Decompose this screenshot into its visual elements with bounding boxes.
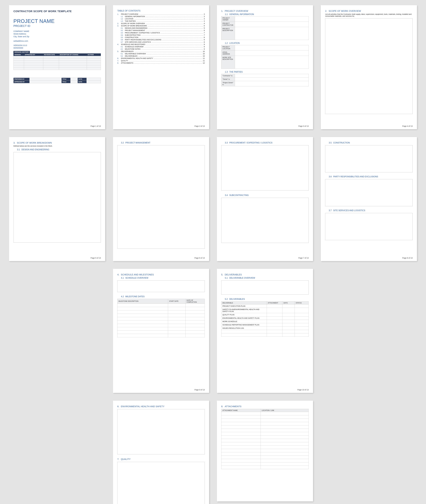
value-contractor[interactable] — [235, 74, 309, 78]
table-row — [221, 412, 309, 415]
schedule-overview-box[interactable] — [117, 280, 205, 292]
toc-dots — [154, 59, 202, 59]
row-3: 4.SCHEDULE AND MILESTONES 4.1SCHEDULE OV… — [113, 269, 313, 393]
sec-4-1-num: 4.1 — [121, 277, 124, 279]
toc-num: 1.1 — [121, 15, 125, 17]
project-name: PROJECT NAME — [14, 18, 101, 24]
template-title: CONTRACTOR SCOPE OF WORK TEMPLATE — [14, 10, 101, 13]
toc-dots — [136, 22, 203, 22]
toc: 1.PROJECT OVERVIEW31.1GENERAL INFORMATIO… — [117, 13, 205, 64]
toc-line: 5.2DELIVERABLES10 — [117, 55, 205, 57]
toc-num: 8. — [117, 62, 121, 64]
toc-num: 4.2 — [121, 48, 125, 50]
toc-line: 3.2PROJECT MANAGEMENT6 — [117, 29, 205, 31]
sec-2-num: 2. — [325, 10, 327, 12]
value-worksite-desc[interactable] — [235, 56, 309, 69]
location-table: PROJECT LOCATION LEGAL ADDRESS WORK SITE… — [221, 45, 309, 69]
sec-3-5-title: CONSTRUCTION — [333, 142, 350, 144]
deliverable-name: ISSUES RESOLUTION LOG — [221, 327, 267, 330]
page-footer: Page 7 of 13 — [298, 257, 309, 259]
version-history-table: VERSION APPROVED BY REVISION DATE DESCRI… — [14, 53, 101, 70]
procurement-box[interactable] — [221, 145, 309, 190]
site-services-box[interactable] — [325, 213, 412, 240]
sig-date-value[interactable] — [86, 78, 101, 80]
value-project-owner-party[interactable] — [235, 81, 309, 86]
sec-3-num: 3. — [14, 142, 15, 144]
toc-dots — [144, 47, 203, 47]
toc-page: 9 — [204, 48, 205, 50]
att-col-name: ATTACHMENT NAME — [221, 409, 261, 412]
sec-1-1-num: 1.1 — [225, 13, 228, 15]
toc-line: 3.5CONSTRUCTION8 — [117, 37, 205, 38]
toc-num: 3.1 — [121, 27, 125, 29]
sec-2-intro: List all activities that the Contractor … — [325, 13, 412, 17]
toc-num: 3.4 — [121, 34, 125, 36]
vh-col-approved: APPROVED BY — [24, 53, 43, 56]
sig-title-value2[interactable] — [71, 80, 78, 83]
toc-page: 12 — [203, 62, 205, 64]
sec-3-6-num: 3.6 — [329, 175, 332, 178]
value-legal-address[interactable] — [235, 51, 309, 56]
toc-page: 11 — [203, 57, 205, 59]
table-row — [221, 415, 309, 419]
toc-num: 3.7 — [121, 41, 125, 43]
page-footer: Page 8 of 13 — [402, 257, 412, 259]
value-owner[interactable] — [235, 78, 309, 81]
toc-num: 3.6 — [121, 39, 125, 41]
table-row: WORK SCHEDULE — [221, 320, 309, 323]
toc-dots — [148, 29, 203, 29]
sig-date-value2[interactable] — [86, 80, 101, 83]
responsibilities-box[interactable] — [325, 179, 412, 206]
sig-prepared-value[interactable] — [29, 78, 62, 80]
toc-label: DELIVERABLE OVERVIEW — [125, 53, 146, 55]
value-project-owner[interactable] — [235, 16, 309, 22]
sig-date-label: DATE — [78, 78, 86, 80]
label-project-location: PROJECT LOCATION — [221, 45, 235, 51]
deliverable-overview-box[interactable] — [221, 280, 309, 295]
toc-page: 11 — [203, 60, 205, 62]
ehs-box[interactable] — [117, 409, 205, 454]
subcontracting-box[interactable] — [221, 198, 309, 243]
construction-box[interactable] — [325, 145, 412, 172]
label-owner: "Owner" is: — [221, 78, 235, 81]
sec-7-title: QUALITY — [121, 458, 131, 460]
sec-5-title: DELIVERABLES — [225, 273, 242, 276]
parties-table: "Contractor" is: "Owner" is: "Project Ow… — [221, 74, 309, 86]
toc-page: 3 — [204, 20, 205, 22]
sec-3-7-title: SITE SERVICES AND LOGISTICS — [333, 209, 365, 212]
table-row — [117, 321, 205, 324]
toc-num: 5. — [117, 50, 121, 52]
toc-line: 3.SCOPE OF WORK BREAKDOWN5 — [117, 25, 205, 27]
table-row — [117, 314, 205, 317]
value-project-location[interactable] — [235, 45, 309, 51]
deliverable-name: SAFETY PLAN/ENVIRONMENTAL HEALTH AND SAF… — [221, 308, 267, 313]
table-row — [14, 60, 101, 63]
scope-overview-box[interactable] — [325, 18, 412, 114]
sec-4-2-title: MILESTONE DATES — [125, 295, 145, 298]
toc-line: 7.QUALITY11 — [117, 60, 205, 62]
toc-line: 4.1SCHEDULE OVERVIEW9 — [117, 46, 205, 48]
quality-box[interactable] — [117, 462, 205, 504]
table-row — [221, 456, 309, 459]
table-row: QUALITY PLAN — [221, 313, 309, 316]
sec-2-title: SCOPE OF WORK OVERVIEW — [329, 10, 361, 12]
sec-3-intro: Defined below are the services included … — [14, 145, 101, 147]
sec-1-3-title: THE PARTIES — [229, 71, 242, 73]
toc-line: 4.SCHEDULE AND MILESTONES9 — [117, 44, 205, 45]
deliverable-name: SCHEDULE REPORTING MANAGEMENT PLAN — [221, 323, 267, 327]
milestone-col-completion: DATE OF COMPLETION — [185, 299, 205, 304]
sec-5-2-title: DELIVERABLES — [229, 298, 245, 300]
sig-approved-value[interactable] — [29, 80, 62, 83]
toc-page: 10 — [203, 50, 205, 52]
table-row — [221, 449, 309, 452]
value-project-contractor[interactable] — [235, 22, 309, 27]
sec-8-title: ATTACHMENTS — [225, 405, 241, 408]
toc-dots — [161, 33, 203, 33]
project-management-box[interactable] — [117, 145, 205, 249]
table-row — [221, 446, 309, 449]
table-row — [14, 56, 101, 58]
design-engineering-box[interactable] — [14, 152, 101, 242]
sig-title-value[interactable] — [71, 78, 78, 80]
toc-label: PROCUREMENT / EXPEDITING / LOGISTICS — [125, 32, 160, 34]
value-project-description[interactable] — [235, 27, 309, 40]
